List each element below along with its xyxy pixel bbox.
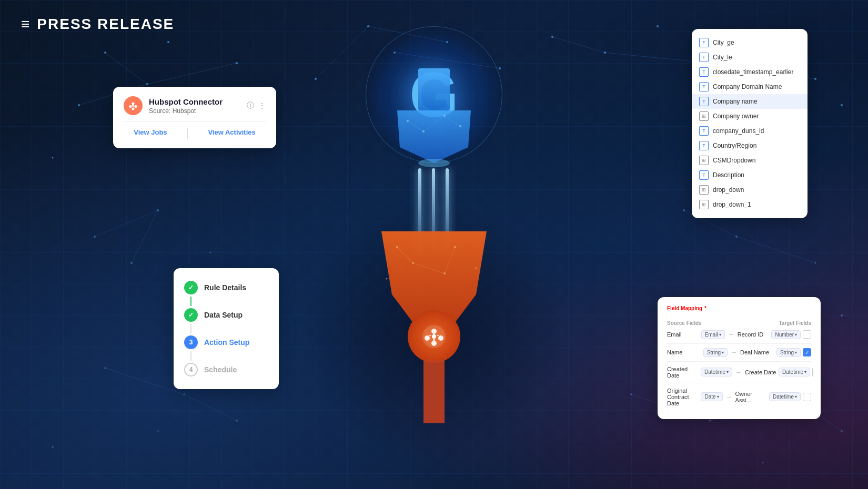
tgt-field-3: Owner Assi... — [735, 391, 767, 403]
rule-step-1: ✓Data Setup — [184, 308, 268, 322]
field-row-8[interactable]: ⊞CSMDropdown — [692, 153, 808, 168]
svg-point-62 — [425, 335, 430, 341]
src-field-2: Created Date — [667, 366, 699, 379]
field-name-7: Country/Region — [713, 142, 756, 149]
required-marker: * — [704, 305, 706, 311]
src-badge-1: String ▾ — [703, 348, 728, 357]
svg-marker-79 — [397, 110, 471, 163]
mapping-header-row: Source Fields Target Fields — [667, 320, 811, 326]
fields-card: TCity_geTCity_leTclosedate_timestamp_ear… — [692, 29, 808, 218]
hubspot-card-header: Hubspot Connector Source: Hubspot ⓘ ⋮ — [124, 96, 266, 115]
step-label-1: Data Setup — [204, 311, 243, 319]
hubspot-card-left: Hubspot Connector Source: Hubspot — [124, 96, 223, 115]
field-name-4: Company name — [713, 98, 758, 105]
tgt-badge-0: Number ▾ — [771, 330, 801, 339]
mapping-rows-container: EmailEmail ▾→Record IDNumber ▾NameString… — [667, 330, 811, 411]
field-type-icon-2: T — [699, 67, 709, 77]
field-type-icon-6: T — [699, 126, 709, 136]
svg-line-66 — [438, 335, 439, 336]
field-name-6: company_duns_id — [713, 127, 764, 135]
src-field-3: Original Contract Date — [667, 388, 699, 406]
info-button[interactable]: ⓘ — [247, 101, 254, 110]
central-area: G — [250, 0, 618, 489]
view-jobs-link[interactable]: View Jobs — [134, 128, 167, 139]
field-name-2: closedate_timestamp_earlier — [713, 68, 793, 76]
src-badge-2: Datetime ▾ — [701, 368, 732, 376]
field-row-4[interactable]: TCompany name — [692, 94, 808, 109]
step-label-3: Schedule — [204, 365, 237, 374]
svg-rect-78 — [418, 68, 450, 110]
field-name-11: drop_down_1 — [713, 201, 751, 208]
mapping-arrow-2: → — [735, 369, 742, 376]
field-name-0: City_ge — [713, 39, 734, 46]
rules-steps-container: ✓Rule Details✓Data Setup3Action Setup4Sc… — [184, 281, 268, 376]
mapping-checkbox-3[interactable] — [803, 393, 811, 401]
field-type-icon-5: ⊞ — [699, 111, 709, 121]
field-name-1: City_le — [713, 54, 732, 61]
tgt-badge-3: Datetime ▾ — [769, 392, 801, 401]
svg-point-89 — [135, 105, 137, 108]
field-row-9[interactable]: TDescription — [692, 168, 808, 182]
view-activities-link[interactable]: View Activities — [208, 128, 255, 139]
field-name-10: drop_down — [713, 186, 744, 193]
mapping-checkbox-2[interactable] — [812, 368, 813, 376]
field-row-6[interactable]: Tcompany_duns_id — [692, 124, 808, 138]
target-col-label: Target Fields — [779, 320, 812, 326]
step-connector-1 — [190, 297, 191, 306]
hubspot-logo — [124, 96, 143, 115]
field-type-icon-10: ⊞ — [699, 185, 709, 195]
svg-point-92 — [132, 105, 134, 107]
rule-step-0: ✓Rule Details — [184, 281, 268, 294]
src-field-0: Email — [667, 331, 699, 338]
mapping-row-1: NameString ▾→Deal NameString ▾✓ — [667, 348, 811, 362]
more-button[interactable]: ⋮ — [258, 101, 266, 110]
field-type-icon-3: T — [699, 82, 709, 91]
src-field-1: Name — [667, 349, 701, 355]
header: ≡ PRESS RELEASE — [21, 16, 174, 33]
hubspot-card-actions: ⓘ ⋮ — [247, 101, 266, 110]
svg-point-61 — [438, 335, 443, 341]
svg-point-73 — [386, 278, 388, 280]
field-row-2[interactable]: Tclosedate_timestamp_earlier — [692, 65, 808, 79]
field-type-icon-9: T — [699, 170, 709, 180]
field-row-0[interactable]: TCity_ge — [692, 35, 808, 50]
tgt-field-2: Create Date — [745, 369, 776, 375]
tgt-badge-2: Datetime ▾ — [779, 368, 810, 376]
hubspot-card-title: Hubspot Connector — [149, 97, 223, 106]
svg-point-63 — [431, 341, 437, 346]
source-col-label: Source Fields — [667, 320, 702, 326]
rule-step-2: 3Action Setup — [184, 335, 268, 349]
svg-point-87 — [418, 159, 450, 167]
mapping-row-2: Created DateDatetime ▾→Create DateDateti… — [667, 366, 811, 383]
field-row-11[interactable]: ⊞drop_down_1 — [692, 197, 808, 212]
mapping-row-0: EmailEmail ▾→Record IDNumber ▾ — [667, 330, 811, 344]
step-connector-3 — [190, 351, 191, 361]
mapping-arrow-3: → — [726, 393, 732, 401]
svg-line-67 — [430, 335, 431, 336]
field-type-icon-0: T — [699, 38, 709, 47]
field-name-5: Company owner — [713, 113, 759, 120]
mapping-checkbox-0[interactable] — [803, 330, 811, 339]
header-icon: ≡ — [21, 16, 29, 33]
svg-point-64 — [432, 334, 436, 339]
tgt-field-1: Deal Name — [740, 349, 774, 355]
mapping-title: Field Mapping * — [667, 305, 811, 315]
field-type-icon-8: ⊞ — [699, 156, 709, 165]
field-row-7[interactable]: TCountry/Region — [692, 138, 808, 153]
field-name-9: Description — [713, 171, 744, 179]
field-row-5[interactable]: ⊞Company owner — [692, 109, 808, 124]
src-badge-3: Date ▾ — [701, 392, 722, 401]
step-icon-2: 3 — [184, 335, 198, 349]
mapping-arrow-1: → — [731, 349, 737, 356]
header-title: PRESS RELEASE — [37, 16, 174, 33]
card-divider — [124, 121, 266, 122]
field-type-icon-1: T — [699, 53, 709, 62]
step-icon-1: ✓ — [184, 308, 198, 322]
field-row-3[interactable]: TCompany Domain Name — [692, 79, 808, 94]
svg-point-88 — [132, 103, 135, 105]
fields-container: TCity_geTCity_leTclosedate_timestamp_ear… — [692, 35, 808, 212]
field-row-10[interactable]: ⊞drop_down — [692, 182, 808, 197]
step-icon-3: 4 — [184, 363, 198, 376]
mapping-checkbox-1[interactable]: ✓ — [803, 348, 811, 356]
field-row-1[interactable]: TCity_le — [692, 50, 808, 65]
